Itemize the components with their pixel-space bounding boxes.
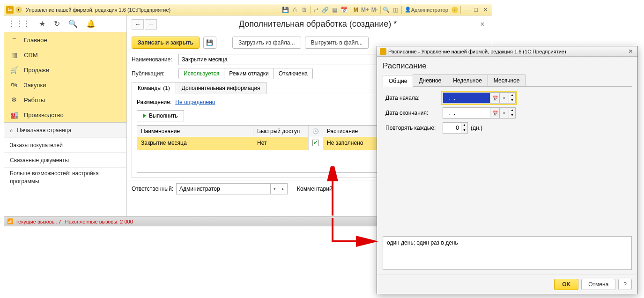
dropdown-icon[interactable]: ▾ <box>270 184 279 194</box>
open-icon[interactable]: ▸ <box>279 184 287 194</box>
repeat-field[interactable]: ▲▼ <box>443 122 468 134</box>
end-date-field[interactable]: 📅 × ▲▼ <box>443 107 516 119</box>
save-close-button[interactable]: Записать и закрыть <box>132 37 200 49</box>
sidebar-item-production[interactable]: 🏭Производство <box>4 107 126 122</box>
sidebar-sub-home[interactable]: ⌂Начальная страница <box>4 123 126 138</box>
star-icon[interactable]: ★ <box>39 19 45 28</box>
sidebar: ⋮⋮⋮ ★ ↻ 🔍 🔔 ≡Главное ▦CRM 🛒Продажи 🛍Заку… <box>4 15 127 216</box>
help-button[interactable]: ? <box>618 279 632 290</box>
info-icon[interactable]: i <box>452 7 458 13</box>
calc-icon[interactable]: ▦ <box>331 6 339 14</box>
sidebar-item-main[interactable]: ≡Главное <box>4 32 126 47</box>
sidebar-more[interactable]: Больше возможностей: настройка программы <box>4 168 126 187</box>
crm-icon: ▦ <box>10 51 18 59</box>
sidebar-item-label: Производство <box>24 112 64 119</box>
calendar-icon[interactable]: 📅 <box>490 108 499 118</box>
popup-titlebar: Расписание - Управление нашей фирмой, ре… <box>377 46 637 57</box>
clear-icon[interactable]: × <box>499 93 509 103</box>
sidebar-sub-orders[interactable]: Заказы покупателей <box>4 138 126 153</box>
cell-check[interactable] <box>309 137 323 150</box>
popup-form: Дата начала: 📅 × ▲▼ Дата окончания: 📅 × … <box>383 87 632 143</box>
panel-icon[interactable]: ◫ <box>392 6 400 14</box>
repeat-input[interactable] <box>443 123 461 133</box>
sidebar-item-crm[interactable]: ▦CRM <box>4 47 126 62</box>
unload-file-button[interactable]: Выгрузить в файл... <box>305 37 369 49</box>
col-name[interactable]: Наименование <box>137 126 253 137</box>
doc-icon[interactable]: 🗎 <box>300 6 309 14</box>
save-icon[interactable]: 💾 <box>281 6 290 14</box>
sidebar-tools: ⋮⋮⋮ ★ ↻ 🔍 🔔 <box>4 15 126 32</box>
user-button[interactable]: 👤 Администратор <box>403 7 450 13</box>
start-date-input[interactable] <box>443 93 490 103</box>
cell-quick: Нет <box>253 137 309 150</box>
sidebar-item-sales[interactable]: 🛒Продажи <box>4 62 126 77</box>
pub-opt-used[interactable]: Используется <box>179 68 224 79</box>
col-quick[interactable]: Быстрый доступ <box>253 126 309 137</box>
apps-icon[interactable]: ⋮⋮⋮ <box>8 19 30 28</box>
popup-heading: Расписание <box>383 61 632 71</box>
name-label: Наименование: <box>132 56 175 63</box>
content-close-button[interactable]: × <box>478 20 487 29</box>
tab-extra[interactable]: Дополнительная информация <box>176 82 266 94</box>
spinner[interactable]: ▲▼ <box>509 93 515 103</box>
col-sched-icon[interactable]: 🕒 <box>309 126 323 137</box>
tab-commands[interactable]: Команды (1) <box>132 82 176 94</box>
execute-button[interactable]: Выполнить <box>137 110 184 121</box>
sidebar-sub-label: Заказы покупателей <box>10 142 63 149</box>
responsible-input[interactable]: ▾ ▸ <box>176 183 288 194</box>
user-label: Администратор <box>411 7 448 13</box>
end-date-label: Дата окончания: <box>385 110 443 116</box>
spinner[interactable]: ▲▼ <box>509 108 515 118</box>
ptab-daily[interactable]: Дневное <box>413 74 447 86</box>
clock-icon: 🕒 <box>312 128 319 134</box>
search-icon[interactable]: 🔍 <box>68 19 78 28</box>
maximize-button[interactable]: □ <box>471 6 481 13</box>
sidebar-item-label: Работы <box>24 97 45 104</box>
bell-icon[interactable]: 🔔 <box>86 19 96 28</box>
m-button[interactable]: M <box>352 6 360 14</box>
m-minus-button[interactable]: M- <box>370 6 379 14</box>
clear-icon[interactable]: × <box>499 108 509 118</box>
factory-icon: 🏭 <box>10 111 18 119</box>
sidebar-item-works[interactable]: ✻Работы <box>4 92 126 107</box>
back-button[interactable]: ← <box>132 19 144 30</box>
history-icon[interactable]: ↻ <box>54 19 60 28</box>
print-icon[interactable]: ⎙ <box>291 6 299 14</box>
forward-button[interactable]: → <box>145 19 157 30</box>
sidebar-sub-related[interactable]: Связанные документы <box>4 153 126 168</box>
save-icon-button[interactable]: 💾 <box>203 37 216 49</box>
end-date-input[interactable] <box>443 108 490 118</box>
compare-icon[interactable]: ⇄ <box>312 6 320 14</box>
load-file-button[interactable]: Загрузить из файла... <box>232 37 301 49</box>
m-plus-button[interactable]: M+ <box>361 6 370 14</box>
sidebar-sub-label: Связанные документы <box>10 157 69 164</box>
close-button[interactable]: ✕ <box>481 6 490 13</box>
ptab-general[interactable]: Общие <box>383 75 413 87</box>
sidebar-item-purchases[interactable]: 🛍Закупки <box>4 77 126 92</box>
minimize-button[interactable]: — <box>462 6 471 13</box>
cancel-button[interactable]: Отмена <box>581 279 615 290</box>
pub-opt-off[interactable]: Отключена <box>274 68 312 79</box>
ok-button[interactable]: OK <box>554 279 578 290</box>
link-icon[interactable]: 🔗 <box>321 6 330 14</box>
app-title: Управление нашей фирмой, редакция 1.6 (1… <box>26 7 170 13</box>
dropdown-icon[interactable]: ▾ <box>15 7 22 13</box>
ptab-weekly[interactable]: Недельное <box>447 74 488 86</box>
menu-icon: ≡ <box>10 36 18 44</box>
start-date-field[interactable]: 📅 × ▲▼ <box>443 92 516 104</box>
cart-icon: 🛒 <box>10 66 18 74</box>
publication-label: Публикация: <box>132 70 175 77</box>
responsible-field[interactable] <box>177 184 270 194</box>
ptab-monthly[interactable]: Месячное <box>488 74 526 86</box>
calendar-icon[interactable]: 📅 <box>340 6 348 14</box>
calendar-icon[interactable]: 📅 <box>490 93 499 103</box>
sidebar-item-label: Продажи <box>24 67 49 74</box>
start-date-label: Дата начала: <box>385 95 443 101</box>
pub-opt-debug[interactable]: Режим отладки <box>224 68 274 79</box>
repeat-label: Повторять каждые: <box>385 125 443 131</box>
spinner[interactable]: ▲▼ <box>461 123 467 133</box>
logo-icon <box>380 48 386 55</box>
zoom-icon[interactable]: 🔍 <box>382 6 391 14</box>
popup-close-button[interactable]: ✕ <box>626 48 635 55</box>
placement-link[interactable]: Не определено <box>175 99 215 105</box>
